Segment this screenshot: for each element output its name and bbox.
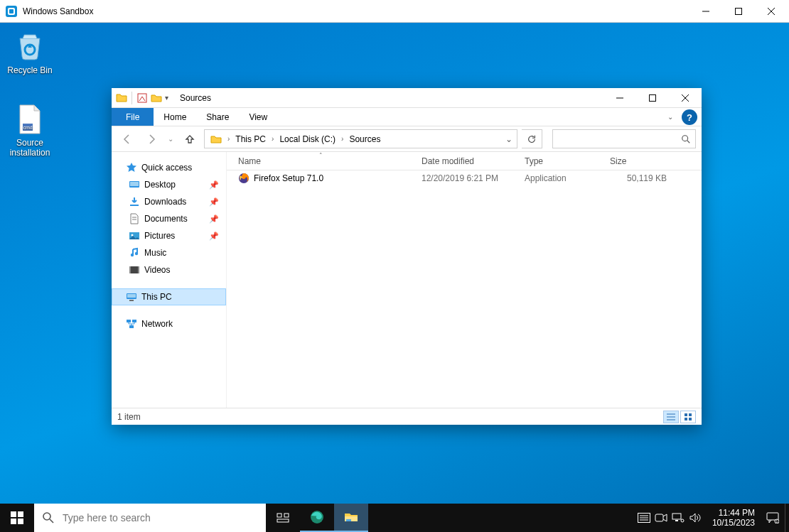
svg-rect-31 xyxy=(129,300,134,301)
file-list[interactable]: Firefox Setup 71.0 12/20/2019 6:21 PM Ap… xyxy=(227,170,702,408)
svg-line-48 xyxy=(50,519,53,523)
file-type: Application xyxy=(525,173,610,183)
taskbar-clock[interactable]: 11:44 PM 10/15/2023 xyxy=(707,504,761,532)
source-installation-desktop-icon[interactable]: cmd Source installation xyxy=(3,102,57,158)
expand-ribbon-button[interactable]: ⌄ xyxy=(663,108,677,126)
desktop[interactable]: Recycle Bin cmd Source installation xyxy=(0,23,789,504)
show-desktop-button[interactable] xyxy=(785,504,789,532)
nav-up-button[interactable] xyxy=(180,129,200,149)
svg-rect-49 xyxy=(277,514,281,517)
sidebar-item-label: Downloads xyxy=(144,197,186,207)
svg-rect-54 xyxy=(346,519,351,521)
sidebar-item-pictures[interactable]: Pictures 📌 xyxy=(112,227,226,244)
breadcrumb-chevron[interactable]: › xyxy=(225,130,232,148)
action-center-button[interactable]: 1 xyxy=(761,504,785,532)
sandbox-maximize-button[interactable] xyxy=(722,1,755,22)
tray-meet-now-icon[interactable] xyxy=(653,504,670,532)
file-explorer-window: ▾ Sources File Home Share View ⌄ ? xyxy=(112,88,702,425)
this-pc-icon xyxy=(126,291,137,303)
column-header-modified[interactable]: Date modified xyxy=(422,156,525,166)
explorer-titlebar[interactable]: ▾ Sources xyxy=(112,88,702,108)
taskbar-app-edge[interactable] xyxy=(300,504,334,532)
svg-rect-34 xyxy=(129,325,134,328)
breadcrumb-chevron[interactable]: › xyxy=(338,130,346,148)
search-box[interactable] xyxy=(552,129,696,148)
network-icon xyxy=(126,318,137,330)
sandbox-minimize-button[interactable] xyxy=(689,1,722,22)
address-history-dropdown[interactable]: ⌄ xyxy=(501,130,517,148)
column-header-row: ˄ Name Date modified Type Size xyxy=(227,152,702,170)
sidebar-item-documents[interactable]: Documents 📌 xyxy=(112,210,226,227)
sort-ascending-icon: ˄ xyxy=(319,152,323,159)
tab-file[interactable]: File xyxy=(112,108,154,126)
desktop-icon xyxy=(129,179,140,190)
tray-volume-icon[interactable] xyxy=(687,504,704,532)
pictures-icon xyxy=(129,230,140,241)
customize-qat-dropdown[interactable]: ▾ xyxy=(165,94,168,102)
svg-rect-46 xyxy=(18,519,23,524)
taskbar-app-file-explorer[interactable] xyxy=(334,504,368,532)
help-button[interactable]: ? xyxy=(682,109,697,125)
svg-point-15 xyxy=(682,135,688,141)
search-icon[interactable] xyxy=(677,134,695,144)
file-row[interactable]: Firefox Setup 71.0 12/20/2019 6:21 PM Ap… xyxy=(227,170,702,186)
taskbar-search[interactable]: Type here to search xyxy=(34,504,266,532)
file-list-pane: ˄ Name Date modified Type Size Firefox S… xyxy=(227,152,702,408)
sidebar-item-music[interactable]: Music xyxy=(112,244,226,261)
pin-icon: 📌 xyxy=(209,215,219,224)
search-input[interactable] xyxy=(553,134,677,144)
new-folder-icon[interactable] xyxy=(151,92,162,104)
sandbox-close-button[interactable] xyxy=(755,1,788,22)
taskbar: Type here to search 11 xyxy=(0,504,789,532)
address-bar[interactable]: › This PC › Local Disk (C:) › Sources ⌄ xyxy=(204,129,517,148)
nav-forward-button[interactable] xyxy=(141,129,161,149)
view-large-icons-button[interactable] xyxy=(680,411,696,423)
documents-icon xyxy=(129,213,140,224)
svg-rect-28 xyxy=(138,266,139,273)
sidebar-item-this-pc[interactable]: This PC xyxy=(112,288,226,305)
sidebar-item-label: This PC xyxy=(141,292,172,302)
svg-rect-61 xyxy=(675,520,678,521)
nav-history-dropdown[interactable]: ⌄ xyxy=(166,129,176,149)
nav-back-button[interactable] xyxy=(117,129,137,149)
column-header-size[interactable]: Size xyxy=(610,156,667,166)
tab-home[interactable]: Home xyxy=(154,108,196,126)
explorer-quick-access-toolbar: ▾ xyxy=(112,88,173,107)
music-icon xyxy=(129,247,140,259)
tab-view[interactable]: View xyxy=(239,108,277,126)
downloads-icon xyxy=(129,196,140,207)
svg-rect-44 xyxy=(18,511,23,517)
folder-icon xyxy=(210,134,222,145)
sidebar-item-downloads[interactable]: Downloads 📌 xyxy=(112,193,226,210)
breadcrumb-chevron[interactable]: › xyxy=(269,130,277,148)
sidebar-item-network[interactable]: Network xyxy=(112,315,226,332)
breadcrumb-local-disk[interactable]: Local Disk (C:) xyxy=(277,130,338,148)
sidebar-item-desktop[interactable]: Desktop 📌 xyxy=(112,176,226,193)
breadcrumb-this-pc[interactable]: This PC xyxy=(232,130,269,148)
column-header-name[interactable]: Name xyxy=(238,156,422,166)
sidebar-item-quick-access[interactable]: Quick access xyxy=(112,159,226,176)
recycle-bin-desktop-icon[interactable]: Recycle Bin xyxy=(3,30,57,75)
properties-icon[interactable] xyxy=(136,92,148,104)
sandbox-title: Windows Sandbox xyxy=(23,6,689,16)
view-details-button[interactable] xyxy=(663,411,679,423)
breadcrumb-sources[interactable]: Sources xyxy=(346,130,383,148)
task-view-button[interactable] xyxy=(266,504,300,532)
tab-share[interactable]: Share xyxy=(196,108,239,126)
column-header-type[interactable]: Type xyxy=(525,156,610,166)
svg-rect-43 xyxy=(11,511,16,517)
svg-rect-59 xyxy=(655,514,663,521)
refresh-button[interactable] xyxy=(522,129,542,148)
sandbox-titlebar[interactable]: Windows Sandbox xyxy=(0,0,789,23)
pin-icon: 📌 xyxy=(209,180,219,190)
sidebar-item-videos[interactable]: Videos xyxy=(112,261,226,278)
explorer-close-button[interactable] xyxy=(669,88,702,107)
tray-input-indicator-icon[interactable] xyxy=(635,504,653,532)
start-button[interactable] xyxy=(0,504,34,532)
svg-line-16 xyxy=(687,140,690,143)
tray-network-icon[interactable] xyxy=(670,504,687,532)
folder-icon xyxy=(116,92,127,104)
svg-point-62 xyxy=(681,519,684,522)
explorer-minimize-button[interactable] xyxy=(603,88,636,107)
explorer-maximize-button[interactable] xyxy=(636,88,669,107)
